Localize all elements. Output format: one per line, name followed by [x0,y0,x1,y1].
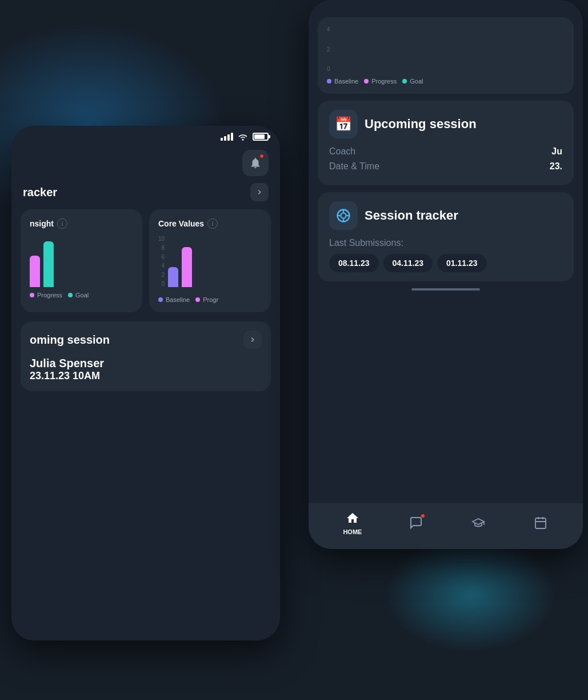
insight-bar-chart [30,236,133,287]
bell-icon [249,157,262,169]
coach-value-right: Ju [551,146,562,157]
legend-label-baseline: Baseline [166,296,190,303]
core-values-card: Core Values i 10 8 6 4 2 0 [149,209,271,312]
top-label-baseline: Baseline [334,78,358,85]
upcoming-header: 📅 Upcoming session [329,110,562,138]
calendar-nav-icon [533,515,549,531]
top-y-0: 0 [327,66,330,72]
tracker-title-right: Session tracker [365,208,458,223]
core-values-chart: 10 8 6 4 2 0 [158,236,262,292]
legend-dot-progr [195,297,200,302]
top-header-left [11,145,280,183]
home-bar [411,288,480,291]
learn-nav-icon [470,515,486,531]
chat-icon [409,516,423,530]
home-nav-icon [345,510,361,526]
date-chips: 08.11.23 04.11.23 01.11.23 [329,254,562,272]
insight-bar-goal [43,241,54,287]
target-icon [335,208,351,224]
notification-bell[interactable] [242,150,269,176]
coach-row: Coach Ju [329,146,562,157]
core-bar-baseline [168,267,178,287]
wifi-icon [238,133,248,141]
core-values-header: Core Values i [158,218,262,229]
core-values-bars [168,236,192,287]
legend-dot-goal [68,293,73,297]
signal-icon [221,133,233,141]
session-tracker-card: Session tracker Last Submissions: 08.11.… [318,192,574,281]
top-y-2: 2 [327,46,330,53]
nav-item-chat[interactable] [408,515,424,531]
nav-item-learn[interactable] [470,515,486,531]
core-values-info-icon[interactable]: i [207,218,218,229]
datetime-label: Date & Time [329,161,379,172]
upcoming-title: Upcoming session [365,117,477,132]
y-label-8: 8 [158,245,165,251]
top-dot-progress [364,79,369,83]
y-label-6: 6 [158,254,165,260]
datetime-value-right: 23. [550,161,562,172]
top-bars [339,26,414,72]
legend-label-progr: Progr [203,296,218,303]
legend-baseline: Baseline [158,296,190,303]
home-icon [346,511,359,525]
insight-card: nsight i Progress Goal [21,209,142,312]
core-values-title: Core Values [158,219,204,228]
y-label-10: 10 [158,236,165,242]
top-legend-goal: Goal [402,78,423,85]
status-bar-left [11,126,280,145]
top-chart-area: 4 2 0 [327,26,565,72]
last-submissions-label: Last Submissions: [329,238,562,248]
top-chart-legend: Baseline Progress Goal [327,78,565,85]
cards-row: nsight i Progress Goal [11,209,280,312]
legend-progress: Progress [30,292,62,299]
nav-item-home[interactable]: HOME [343,510,362,535]
svg-rect-6 [535,518,546,528]
calendar-icon [534,516,547,530]
datetime-row: Date & Time 23. [329,161,562,172]
core-values-legend: Baseline Progr [158,296,262,303]
insight-card-header: nsight i [30,218,133,229]
upcoming-session-left: oming session Julia Spenser 23.11.23 10A… [21,321,271,391]
upcoming-icon: 📅 [329,110,358,138]
session-chevron[interactable] [243,331,262,349]
top-y-4: 4 [327,26,330,33]
top-bar-pink [368,35,385,72]
legend-goal: Goal [68,292,89,299]
date-chip-0[interactable]: 08.11.23 [329,254,379,272]
bottom-nav: HOME [309,503,583,549]
home-nav-label: HOME [343,528,362,535]
notification-dot [259,154,264,158]
coach-label: Coach [329,146,355,157]
top-label-goal: Goal [410,78,423,85]
date-chip-2[interactable]: 01.11.23 [437,254,487,272]
core-bar-progress [182,247,192,287]
legend-label-goal: Goal [75,292,89,299]
y-label-2: 2 [158,272,165,278]
legend-dot-progress [30,293,34,297]
top-dot-goal [402,79,407,83]
top-legend-progress: Progress [364,78,397,85]
top-dot-baseline [327,79,331,83]
legend-dot-baseline [158,297,163,302]
phone-left: racker nsight i [11,126,280,641]
insight-card-title: nsight [30,219,54,228]
legend-label-progress: Progress [37,292,62,299]
top-bar-purple [339,41,357,72]
insight-bar-progress [30,256,40,287]
date-chip-1[interactable]: 04.11.23 [383,254,433,272]
graduation-icon [471,516,486,530]
insight-legend: Progress Goal [30,292,133,299]
y-label-0: 0 [158,281,165,287]
y-label-4: 4 [158,262,165,269]
svg-point-1 [341,213,346,218]
chat-notification-dot [421,514,425,518]
datetime-value: 23.11.23 10AM [30,370,104,382]
tracker-chevron[interactable] [250,183,269,201]
upcoming-session-right: 📅 Upcoming session Coach Ju Date & Time … [318,101,574,185]
top-legend-baseline: Baseline [327,78,358,85]
insight-info-icon[interactable]: i [57,218,67,229]
tracker-title: racker [23,186,57,199]
session-info-coach: Julia Spenser 23.11.23 10AM [30,357,262,382]
nav-item-calendar[interactable] [533,515,549,531]
